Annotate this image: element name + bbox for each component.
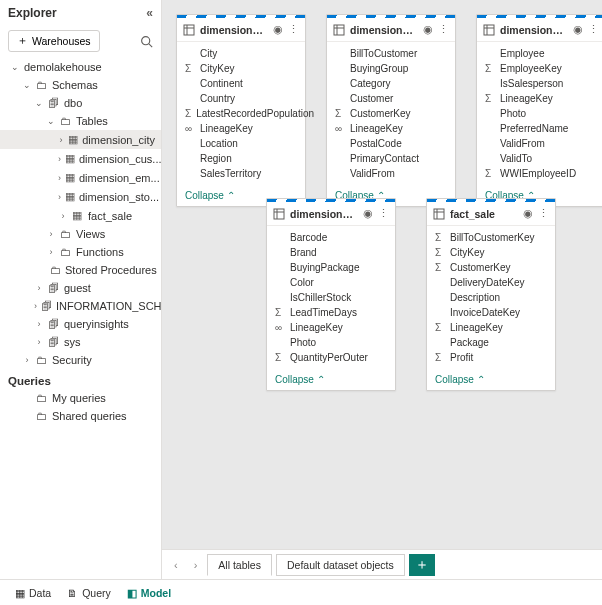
- table-field[interactable]: PrimaryContact: [327, 151, 455, 166]
- table-card[interactable]: dimension_customer◉⋮BillToCustomerBuying…: [326, 14, 456, 207]
- table-field[interactable]: ∞LineageKey: [267, 320, 395, 335]
- add-tab-button[interactable]: ＋: [409, 554, 435, 576]
- table-field[interactable]: Region: [177, 151, 305, 166]
- table-field[interactable]: Employee: [477, 46, 602, 61]
- tree-sprocs[interactable]: 🗀Stored Procedures: [0, 261, 161, 279]
- table-field[interactable]: DeliveryDateKey: [427, 275, 555, 290]
- table-card[interactable]: dimension_stock_item◉⋮BarcodeBrandBuying…: [266, 198, 396, 391]
- more-icon[interactable]: ⋮: [588, 23, 599, 36]
- visibility-icon[interactable]: ◉: [273, 23, 283, 36]
- table-field[interactable]: ValidFrom: [477, 136, 602, 151]
- table-field[interactable]: ΣQuantityPerOuter: [267, 350, 395, 365]
- table-field[interactable]: BuyingPackage: [267, 260, 395, 275]
- table-field[interactable]: Color: [267, 275, 395, 290]
- collapse-sidebar-icon[interactable]: «: [146, 6, 153, 20]
- tree-shared-queries[interactable]: 🗀Shared queries: [0, 407, 161, 425]
- table-field[interactable]: Continent: [177, 76, 305, 91]
- tree-tables[interactable]: ⌄🗀Tables: [0, 112, 161, 130]
- tree-my-queries[interactable]: 🗀My queries: [0, 389, 161, 407]
- table-field[interactable]: Barcode: [267, 230, 395, 245]
- visibility-icon[interactable]: ◉: [523, 207, 533, 220]
- table-field[interactable]: ΣLatestRecordedPopulation: [177, 106, 305, 121]
- table-field[interactable]: ValidTo: [477, 151, 602, 166]
- table-field[interactable]: ∞LineageKey: [327, 121, 455, 136]
- table-field[interactable]: ΣEmployeeKey: [477, 61, 602, 76]
- tree-table-item[interactable]: ›▦dimension_em...: [0, 168, 161, 187]
- view-model[interactable]: ◧Model: [120, 584, 178, 602]
- table-field[interactable]: ΣCityKey: [177, 61, 305, 76]
- visibility-icon[interactable]: ◉: [363, 207, 373, 220]
- tree-guest[interactable]: ›🗐guest: [0, 279, 161, 297]
- table-field[interactable]: BillToCustomer: [327, 46, 455, 61]
- table-field[interactable]: ΣCustomerKey: [327, 106, 455, 121]
- table-field[interactable]: ΣCityKey: [427, 245, 555, 260]
- table-field[interactable]: PostalCode: [327, 136, 455, 151]
- explorer-sidebar: Explorer « ＋ Warehouses ⌄demolakehouse ⌄…: [0, 0, 162, 579]
- table-field[interactable]: PreferredName: [477, 121, 602, 136]
- table-field[interactable]: ΣLineageKey: [477, 91, 602, 106]
- collapse-link[interactable]: Collapse ⌃: [427, 369, 555, 390]
- table-field[interactable]: IsSalesperson: [477, 76, 602, 91]
- tab-default-dataset[interactable]: Default dataset objects: [276, 554, 405, 576]
- table-field[interactable]: ΣProfit: [427, 350, 555, 365]
- tree-functions[interactable]: ›🗀Functions: [0, 243, 161, 261]
- table-field[interactable]: Country: [177, 91, 305, 106]
- tab-all-tables[interactable]: All tables: [207, 554, 272, 576]
- table-field[interactable]: Photo: [267, 335, 395, 350]
- tree-table-item[interactable]: ›▦dimension_sto...: [0, 187, 161, 206]
- more-icon[interactable]: ⋮: [538, 207, 549, 220]
- model-canvas[interactable]: dimension_city◉⋮CityΣCityKeyContinentCou…: [162, 0, 602, 579]
- tree-info-schema[interactable]: ›🗐INFORMATION_SCHEMA: [0, 297, 161, 315]
- view-data[interactable]: ▦Data: [8, 584, 58, 602]
- table-field[interactable]: ΣLineageKey: [427, 320, 555, 335]
- table-field[interactable]: City: [177, 46, 305, 61]
- table-card[interactable]: dimension_employee◉⋮EmployeeΣEmployeeKey…: [476, 14, 602, 207]
- table-field[interactable]: ValidFrom: [327, 166, 455, 181]
- table-card[interactable]: dimension_city◉⋮CityΣCityKeyContinentCou…: [176, 14, 306, 207]
- field-type-icon: Σ: [275, 307, 285, 318]
- view-query[interactable]: 🗎Query: [60, 584, 118, 602]
- tree-schemas[interactable]: ⌄🗀Schemas: [0, 76, 161, 94]
- tree-views[interactable]: ›🗀Views: [0, 225, 161, 243]
- table-field[interactable]: Description: [427, 290, 555, 305]
- table-field[interactable]: IsChillerStock: [267, 290, 395, 305]
- visibility-icon[interactable]: ◉: [573, 23, 583, 36]
- table-field[interactable]: Location: [177, 136, 305, 151]
- table-field[interactable]: Brand: [267, 245, 395, 260]
- document-icon: 🗎: [67, 587, 78, 599]
- table-field[interactable]: ΣCustomerKey: [427, 260, 555, 275]
- tree-root[interactable]: ⌄demolakehouse: [0, 58, 161, 76]
- tab-scroll-right-icon[interactable]: ›: [188, 559, 204, 571]
- search-icon[interactable]: [140, 35, 153, 48]
- visibility-icon[interactable]: ◉: [423, 23, 433, 36]
- tree-dbo[interactable]: ⌄🗐dbo: [0, 94, 161, 112]
- table-field[interactable]: ∞LineageKey: [177, 121, 305, 136]
- table-field[interactable]: Photo: [477, 106, 602, 121]
- tree-table-item[interactable]: ›▦dimension_city: [0, 130, 161, 149]
- table-field[interactable]: Category: [327, 76, 455, 91]
- table-field[interactable]: BuyingGroup: [327, 61, 455, 76]
- tree-security[interactable]: ›🗀Security: [0, 351, 161, 369]
- table-field[interactable]: ΣBillToCustomerKey: [427, 230, 555, 245]
- more-icon[interactable]: ⋮: [438, 23, 449, 36]
- more-icon[interactable]: ⋮: [378, 207, 389, 220]
- field-name: InvoiceDateKey: [450, 307, 520, 318]
- table-field[interactable]: Customer: [327, 91, 455, 106]
- table-field[interactable]: ΣWWIEmployeeID: [477, 166, 602, 181]
- table-field[interactable]: InvoiceDateKey: [427, 305, 555, 320]
- collapse-link[interactable]: Collapse ⌃: [267, 369, 395, 390]
- table-card[interactable]: fact_sale◉⋮ΣBillToCustomerKeyΣCityKeyΣCu…: [426, 198, 556, 391]
- table-field[interactable]: Package: [427, 335, 555, 350]
- tab-scroll-left-icon[interactable]: ‹: [168, 559, 184, 571]
- tree-table-item[interactable]: ›▦dimension_cus...: [0, 149, 161, 168]
- warehouses-button[interactable]: ＋ Warehouses: [8, 30, 100, 52]
- more-icon[interactable]: ⋮: [288, 23, 299, 36]
- field-name: Customer: [350, 93, 393, 104]
- tree-sys[interactable]: ›🗐sys: [0, 333, 161, 351]
- tree-table-item[interactable]: ›▦fact_sale: [0, 206, 161, 225]
- tree-queryinsights[interactable]: ›🗐queryinsights: [0, 315, 161, 333]
- table-field[interactable]: SalesTerritory: [177, 166, 305, 181]
- table-icon: [273, 208, 285, 220]
- field-name: Brand: [290, 247, 317, 258]
- table-field[interactable]: ΣLeadTimeDays: [267, 305, 395, 320]
